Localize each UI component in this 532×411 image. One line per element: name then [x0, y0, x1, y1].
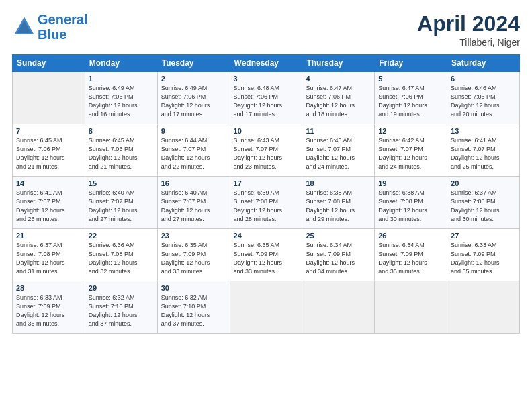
col-tuesday: Tuesday [157, 55, 230, 72]
col-saturday: Saturday [447, 55, 520, 72]
day-info: Sunrise: 6:35 AMSunset: 7:09 PMDaylight:… [161, 241, 226, 276]
location: Tillaberi, Niger [417, 37, 520, 48]
day-info: Sunrise: 6:42 AMSunset: 7:07 PMDaylight:… [378, 136, 443, 171]
day-info: Sunrise: 6:47 AMSunset: 7:06 PMDaylight:… [378, 84, 443, 119]
day-info: Sunrise: 6:41 AMSunset: 7:07 PMDaylight:… [451, 136, 516, 171]
col-friday: Friday [375, 55, 447, 72]
day-number: 8 [89, 127, 154, 135]
day-cell: 15Sunrise: 6:40 AMSunset: 7:07 PMDayligh… [85, 177, 157, 229]
day-cell: 25Sunrise: 6:34 AMSunset: 7:09 PMDayligh… [302, 229, 375, 281]
day-number: 17 [234, 179, 299, 187]
day-number: 3 [234, 75, 299, 83]
day-cell: 27Sunrise: 6:33 AMSunset: 7:09 PMDayligh… [447, 229, 520, 281]
day-info: Sunrise: 6:49 AMSunset: 7:06 PMDaylight:… [161, 84, 226, 119]
day-cell: 13Sunrise: 6:41 AMSunset: 7:07 PMDayligh… [447, 124, 520, 177]
day-number: 22 [89, 232, 154, 240]
day-cell [230, 281, 302, 334]
day-number: 28 [16, 284, 81, 292]
day-cell: 28Sunrise: 6:33 AMSunset: 7:09 PMDayligh… [13, 281, 85, 334]
day-cell: 11Sunrise: 6:43 AMSunset: 7:07 PMDayligh… [302, 124, 375, 177]
day-cell: 18Sunrise: 6:38 AMSunset: 7:08 PMDayligh… [302, 177, 375, 229]
day-cell [447, 281, 520, 334]
day-cell: 7Sunrise: 6:45 AMSunset: 7:06 PMDaylight… [13, 124, 85, 177]
day-cell: 4Sunrise: 6:47 AMSunset: 7:06 PMDaylight… [302, 72, 375, 124]
day-number: 2 [161, 75, 226, 83]
day-cell: 12Sunrise: 6:42 AMSunset: 7:07 PMDayligh… [375, 124, 447, 177]
day-cell [13, 72, 85, 124]
day-info: Sunrise: 6:34 AMSunset: 7:09 PMDaylight:… [378, 241, 443, 276]
day-number: 14 [16, 179, 81, 187]
day-number: 18 [306, 179, 371, 187]
title-block: April 2024 Tillaberi, Niger [417, 12, 520, 48]
day-info: Sunrise: 6:32 AMSunset: 7:10 PMDaylight:… [89, 293, 154, 328]
day-info: Sunrise: 6:45 AMSunset: 7:06 PMDaylight:… [16, 136, 81, 171]
day-info: Sunrise: 6:34 AMSunset: 7:09 PMDaylight:… [306, 241, 371, 276]
day-number: 10 [234, 127, 299, 135]
day-number: 12 [378, 127, 443, 135]
day-cell: 1Sunrise: 6:49 AMSunset: 7:06 PMDaylight… [85, 72, 157, 124]
col-monday: Monday [85, 55, 157, 72]
day-cell: 14Sunrise: 6:41 AMSunset: 7:07 PMDayligh… [13, 177, 85, 229]
day-cell: 17Sunrise: 6:39 AMSunset: 7:08 PMDayligh… [230, 177, 302, 229]
day-cell: 19Sunrise: 6:38 AMSunset: 7:08 PMDayligh… [375, 177, 447, 229]
day-cell: 5Sunrise: 6:47 AMSunset: 7:06 PMDaylight… [375, 72, 447, 124]
day-cell: 23Sunrise: 6:35 AMSunset: 7:09 PMDayligh… [157, 229, 230, 281]
day-info: Sunrise: 6:43 AMSunset: 7:07 PMDaylight:… [306, 136, 371, 171]
day-number: 23 [161, 232, 226, 240]
page: GeneralBlue April 2024 Tillaberi, Niger … [0, 0, 532, 411]
day-info: Sunrise: 6:33 AMSunset: 7:09 PMDaylight:… [16, 293, 81, 328]
day-info: Sunrise: 6:38 AMSunset: 7:08 PMDaylight:… [306, 189, 371, 224]
day-number: 20 [451, 179, 516, 187]
col-thursday: Thursday [302, 55, 375, 72]
day-number: 1 [89, 75, 154, 83]
day-cell: 26Sunrise: 6:34 AMSunset: 7:09 PMDayligh… [375, 229, 447, 281]
day-number: 7 [16, 127, 81, 135]
day-cell: 20Sunrise: 6:37 AMSunset: 7:08 PMDayligh… [447, 177, 520, 229]
day-info: Sunrise: 6:37 AMSunset: 7:08 PMDaylight:… [16, 241, 81, 276]
col-sunday: Sunday [13, 55, 85, 72]
day-number: 13 [451, 127, 516, 135]
day-info: Sunrise: 6:36 AMSunset: 7:08 PMDaylight:… [89, 241, 154, 276]
calendar-table: Sunday Monday Tuesday Wednesday Thursday… [12, 54, 520, 334]
day-number: 11 [306, 127, 371, 135]
day-info: Sunrise: 6:40 AMSunset: 7:07 PMDaylight:… [89, 189, 154, 224]
day-info: Sunrise: 6:41 AMSunset: 7:07 PMDaylight:… [16, 189, 81, 224]
logo-icon [12, 15, 36, 39]
day-number: 25 [306, 232, 371, 240]
week-row: 14Sunrise: 6:41 AMSunset: 7:07 PMDayligh… [13, 177, 520, 229]
day-number: 30 [161, 284, 226, 292]
day-number: 29 [89, 284, 154, 292]
day-cell [302, 281, 375, 334]
week-row: 1Sunrise: 6:49 AMSunset: 7:06 PMDaylight… [13, 72, 520, 124]
day-number: 6 [451, 75, 516, 83]
week-row: 21Sunrise: 6:37 AMSunset: 7:08 PMDayligh… [13, 229, 520, 281]
day-info: Sunrise: 6:43 AMSunset: 7:07 PMDaylight:… [234, 136, 299, 171]
day-info: Sunrise: 6:32 AMSunset: 7:10 PMDaylight:… [161, 293, 226, 328]
day-info: Sunrise: 6:37 AMSunset: 7:08 PMDaylight:… [451, 189, 516, 224]
day-info: Sunrise: 6:47 AMSunset: 7:06 PMDaylight:… [306, 84, 371, 119]
day-number: 5 [378, 75, 443, 83]
week-row: 7Sunrise: 6:45 AMSunset: 7:06 PMDaylight… [13, 124, 520, 177]
day-cell: 16Sunrise: 6:40 AMSunset: 7:07 PMDayligh… [157, 177, 230, 229]
day-info: Sunrise: 6:35 AMSunset: 7:09 PMDaylight:… [234, 241, 299, 276]
day-number: 27 [451, 232, 516, 240]
day-info: Sunrise: 6:33 AMSunset: 7:09 PMDaylight:… [451, 241, 516, 276]
day-cell: 22Sunrise: 6:36 AMSunset: 7:08 PMDayligh… [85, 229, 157, 281]
day-number: 24 [234, 232, 299, 240]
day-number: 15 [89, 179, 154, 187]
day-cell: 2Sunrise: 6:49 AMSunset: 7:06 PMDaylight… [157, 72, 230, 124]
day-info: Sunrise: 6:49 AMSunset: 7:06 PMDaylight:… [89, 84, 154, 119]
day-number: 19 [378, 179, 443, 187]
header-row: Sunday Monday Tuesday Wednesday Thursday… [13, 55, 520, 72]
day-number: 9 [161, 127, 226, 135]
day-cell: 8Sunrise: 6:45 AMSunset: 7:06 PMDaylight… [85, 124, 157, 177]
month-title: April 2024 [417, 12, 520, 36]
week-row: 28Sunrise: 6:33 AMSunset: 7:09 PMDayligh… [13, 281, 520, 334]
logo-text: GeneralBlue [38, 12, 87, 42]
day-info: Sunrise: 6:40 AMSunset: 7:07 PMDaylight:… [161, 189, 226, 224]
day-cell: 24Sunrise: 6:35 AMSunset: 7:09 PMDayligh… [230, 229, 302, 281]
day-cell: 3Sunrise: 6:48 AMSunset: 7:06 PMDaylight… [230, 72, 302, 124]
day-cell: 30Sunrise: 6:32 AMSunset: 7:10 PMDayligh… [157, 281, 230, 334]
day-info: Sunrise: 6:38 AMSunset: 7:08 PMDaylight:… [378, 189, 443, 224]
day-info: Sunrise: 6:45 AMSunset: 7:06 PMDaylight:… [89, 136, 154, 171]
